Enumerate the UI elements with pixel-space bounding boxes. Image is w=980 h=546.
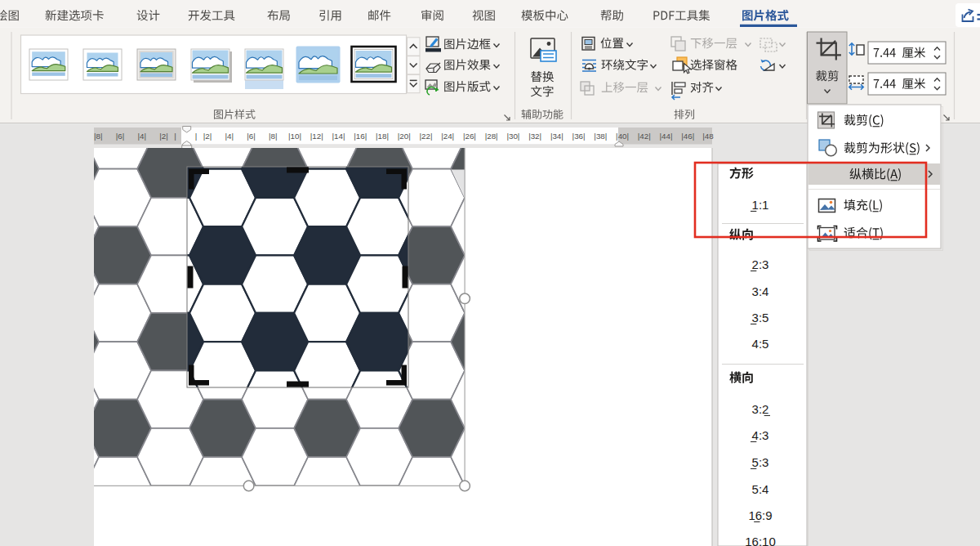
svg-text:|46|: |46|	[681, 132, 694, 141]
svg-text:3:5: 3:5	[752, 311, 769, 324]
svg-text:|6|: |6|	[116, 132, 125, 141]
svg-text:|4|: |4|	[138, 132, 147, 141]
svg-text:|2|: |2|	[203, 132, 212, 141]
svg-text:|24|: |24|	[441, 132, 454, 141]
svg-text:3:4: 3:4	[752, 284, 769, 298]
svg-text:|44|: |44|	[660, 132, 673, 141]
svg-text:|10|: |10|	[288, 132, 301, 141]
svg-text:1:1: 1:1	[752, 198, 769, 212]
svg-text:|20|: |20|	[398, 132, 411, 141]
svg-text:|8|: |8|	[269, 132, 278, 141]
svg-text:|4|: |4|	[225, 132, 234, 141]
svg-text:4:5: 4:5	[752, 337, 769, 351]
svg-text:|12|: |12|	[310, 132, 323, 141]
svg-text:16:10: 16:10	[745, 535, 776, 546]
svg-text:|22|: |22|	[419, 132, 432, 141]
svg-text:|14|: |14|	[332, 132, 345, 141]
svg-text:|40|: |40|	[616, 132, 629, 141]
svg-text:|2|: |2|	[159, 132, 168, 141]
svg-text:|48: |48	[702, 132, 714, 141]
svg-text:|8|: |8|	[94, 132, 103, 141]
svg-text:|6|: |6|	[247, 132, 256, 141]
svg-text:2:3: 2:3	[752, 257, 769, 271]
svg-text:|: |	[174, 132, 176, 141]
svg-text:|34|: |34|	[550, 132, 564, 141]
svg-text:5:3: 5:3	[752, 455, 769, 469]
svg-text:5:4: 5:4	[752, 482, 769, 496]
svg-text:|32|: |32|	[528, 132, 541, 141]
svg-text:|30|: |30|	[506, 132, 519, 141]
svg-text:|18|: |18|	[376, 132, 389, 141]
svg-text:4:3: 4:3	[752, 428, 769, 442]
svg-text:|: |	[195, 132, 198, 141]
svg-text:|26|: |26|	[463, 132, 476, 141]
svg-text:|36|: |36|	[572, 132, 586, 141]
svg-text:|38|: |38|	[594, 132, 607, 141]
svg-text:|42|: |42|	[638, 132, 651, 141]
svg-text:|16|: |16|	[354, 132, 367, 141]
svg-text:|28|: |28|	[485, 132, 498, 141]
svg-text:16:9: 16:9	[748, 508, 772, 522]
svg-text:3:2: 3:2	[752, 402, 769, 416]
